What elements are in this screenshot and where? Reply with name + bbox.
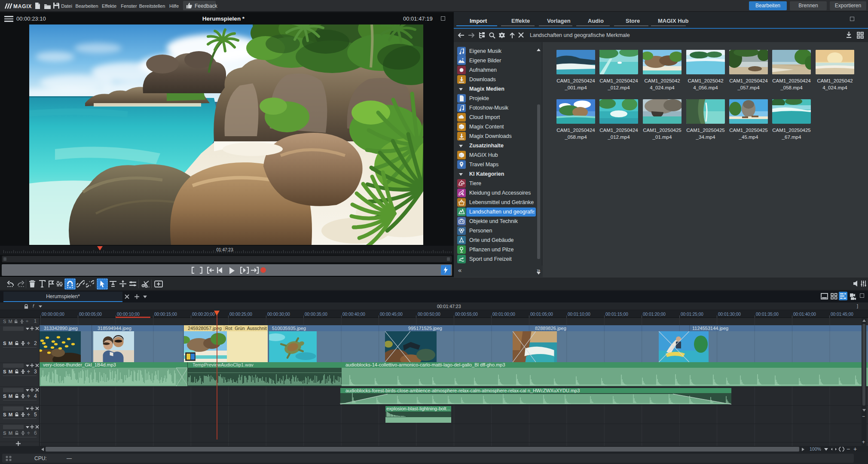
svg-text:MAGIX: MAGIX	[13, 3, 32, 9]
